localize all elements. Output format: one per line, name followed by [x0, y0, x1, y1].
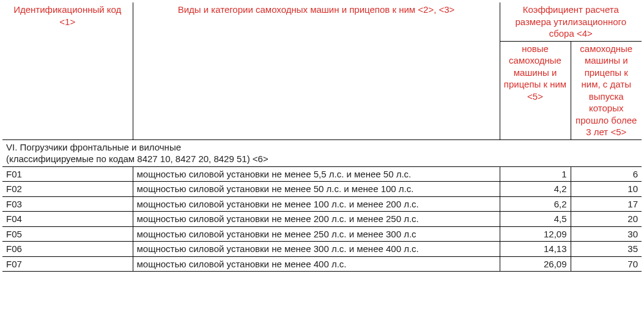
cell-coef-new: 6,2	[500, 196, 571, 212]
section-title: VI. Погрузчики фронтальные и вилочные (к…	[2, 139, 642, 166]
cell-coef-new: 12,09	[500, 226, 571, 242]
header-category: Виды и категории самоходных машин и приц…	[133, 2, 500, 139]
table-row: F05мощностью силовой установки не менее …	[2, 226, 642, 242]
table-row: F02мощностью силовой установки не менее …	[2, 182, 642, 197]
cell-code: F03	[2, 196, 133, 212]
header-coef-old: самоходные машины и прицепы к ним, с дат…	[571, 41, 642, 139]
cell-coef-old: 10	[571, 182, 642, 197]
cell-desc: мощностью силовой установки не менее 250…	[133, 226, 500, 242]
header-coefficient: Коэффициент расчета размера утилизационн…	[500, 2, 642, 41]
cell-coef-new: 26,09	[500, 256, 571, 272]
header-id-code: Идентификационный код <1>	[2, 2, 133, 139]
cell-coef-new: 14,13	[500, 242, 571, 257]
cell-coef-old: 17	[571, 196, 642, 212]
cell-code: F04	[2, 212, 133, 227]
cell-code: F07	[2, 256, 133, 272]
table-body: VI. Погрузчики фронтальные и вилочные (к…	[2, 139, 642, 272]
cell-desc: мощностью силовой установки не менее 300…	[133, 242, 500, 257]
cell-desc: мощностью силовой установки не менее 100…	[133, 196, 500, 212]
cell-coef-old: 6	[571, 166, 642, 182]
table-row: F06мощностью силовой установки не менее …	[2, 242, 642, 257]
cell-desc: мощностью силовой установки не менее 50 …	[133, 182, 500, 197]
cell-code: F06	[2, 242, 133, 257]
cell-code: F01	[2, 166, 133, 182]
cell-coef-old: 30	[571, 226, 642, 242]
table-row: F01мощностью силовой установки не менее …	[2, 166, 642, 182]
cell-desc: мощностью силовой установки не менее 200…	[133, 212, 500, 227]
cell-code: F02	[2, 182, 133, 197]
cell-coef-old: 20	[571, 212, 642, 227]
header-coef-new: новые самоходные машины и прицепы к ним …	[500, 41, 571, 139]
cell-code: F05	[2, 226, 133, 242]
section-row: VI. Погрузчики фронтальные и вилочные (к…	[2, 139, 642, 166]
cell-coef-new: 1	[500, 166, 571, 182]
table-row: F04мощностью силовой установки не менее …	[2, 212, 642, 227]
cell-desc: мощностью силовой установки не менее 5,5…	[133, 166, 500, 182]
cell-coef-old: 70	[571, 256, 642, 272]
cell-coef-old: 35	[571, 242, 642, 257]
table-row: F07мощностью силовой установки не менее …	[2, 256, 642, 272]
recycling-fee-table: Идентификационный код <1> Виды и категор…	[2, 2, 642, 272]
cell-coef-new: 4,2	[500, 182, 571, 197]
table-row: F03мощностью силовой установки не менее …	[2, 196, 642, 212]
cell-coef-new: 4,5	[500, 212, 571, 227]
cell-desc: мощностью силовой установки не менее 400…	[133, 256, 500, 272]
